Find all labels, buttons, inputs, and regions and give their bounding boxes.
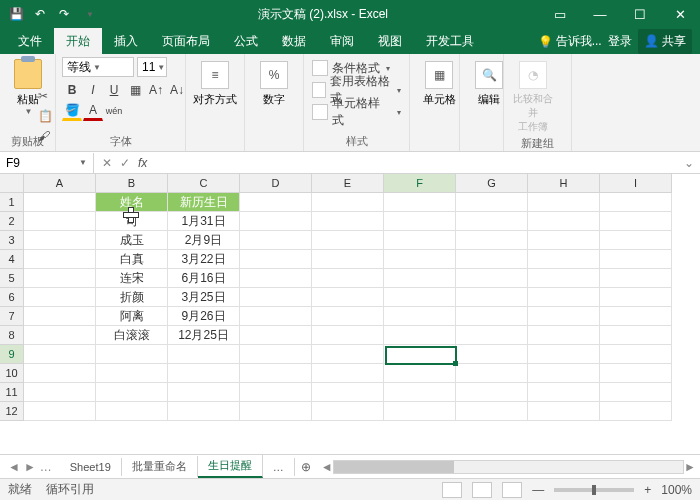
cell[interactable]: 白真: [96, 250, 168, 269]
cell[interactable]: [312, 402, 384, 421]
cell[interactable]: [600, 250, 672, 269]
row-header[interactable]: 6: [0, 288, 24, 307]
cell[interactable]: 白滚滚: [96, 326, 168, 345]
cell[interactable]: [312, 383, 384, 402]
cell[interactable]: [240, 364, 312, 383]
cell[interactable]: 2月9日: [168, 231, 240, 250]
expand-formula-icon[interactable]: ⌄: [678, 156, 700, 170]
cell[interactable]: [600, 326, 672, 345]
column-header[interactable]: A: [24, 174, 96, 193]
font-color-button[interactable]: A: [83, 101, 103, 121]
row-header[interactable]: 1: [0, 193, 24, 212]
cell[interactable]: [384, 364, 456, 383]
cell[interactable]: [312, 231, 384, 250]
decrease-font-icon[interactable]: A↓: [167, 80, 187, 100]
cell[interactable]: [600, 288, 672, 307]
column-header[interactable]: B: [96, 174, 168, 193]
fill-color-button[interactable]: 🪣: [62, 101, 82, 121]
cell[interactable]: [384, 193, 456, 212]
row-header[interactable]: 5: [0, 269, 24, 288]
cell[interactable]: [24, 307, 96, 326]
cell[interactable]: 司: [96, 212, 168, 231]
qat-dropdown-icon[interactable]: ▼: [82, 6, 98, 22]
cell[interactable]: [312, 364, 384, 383]
alignment-button[interactable]: ≡ 对齐方式: [192, 57, 238, 107]
undo-icon[interactable]: ↶: [32, 6, 48, 22]
italic-button[interactable]: I: [83, 80, 103, 100]
cell[interactable]: [240, 212, 312, 231]
tab-layout[interactable]: 页面布局: [150, 28, 222, 54]
sheet-nav-more-icon[interactable]: …: [40, 460, 52, 474]
cell[interactable]: [600, 402, 672, 421]
cell[interactable]: [528, 193, 600, 212]
cell[interactable]: [168, 364, 240, 383]
cell[interactable]: [240, 250, 312, 269]
cell[interactable]: 1月31日: [168, 212, 240, 231]
cell[interactable]: [24, 193, 96, 212]
underline-button[interactable]: U: [104, 80, 124, 100]
tab-home[interactable]: 开始: [54, 28, 102, 54]
enter-formula-icon[interactable]: ✓: [120, 156, 130, 170]
cell[interactable]: 9月26日: [168, 307, 240, 326]
cell[interactable]: [24, 269, 96, 288]
cell[interactable]: [384, 269, 456, 288]
cell-styles-button[interactable]: 单元格样式▾: [310, 101, 403, 123]
zoom-in-button[interactable]: +: [644, 483, 651, 497]
cell[interactable]: [24, 212, 96, 231]
maximize-button[interactable]: ☐: [620, 0, 660, 28]
cell[interactable]: 新历生日: [168, 193, 240, 212]
column-header[interactable]: H: [528, 174, 600, 193]
cell[interactable]: [240, 231, 312, 250]
number-button[interactable]: % 数字: [251, 57, 297, 107]
cell[interactable]: [24, 383, 96, 402]
tab-review[interactable]: 审阅: [318, 28, 366, 54]
view-normal-button[interactable]: [442, 482, 462, 498]
cell[interactable]: [528, 402, 600, 421]
font-size-combo[interactable]: 11▼: [137, 57, 167, 77]
cell[interactable]: [384, 383, 456, 402]
cancel-formula-icon[interactable]: ✕: [102, 156, 112, 170]
cell[interactable]: [456, 307, 528, 326]
cell[interactable]: 3月25日: [168, 288, 240, 307]
cell[interactable]: [528, 288, 600, 307]
cell[interactable]: 6月16日: [168, 269, 240, 288]
cell[interactable]: [24, 288, 96, 307]
tab-view[interactable]: 视图: [366, 28, 414, 54]
cell[interactable]: [240, 193, 312, 212]
cell[interactable]: [240, 288, 312, 307]
tab-data[interactable]: 数据: [270, 28, 318, 54]
cell[interactable]: [456, 269, 528, 288]
cell[interactable]: [456, 402, 528, 421]
cell[interactable]: [528, 212, 600, 231]
cell[interactable]: [456, 288, 528, 307]
cell[interactable]: [312, 269, 384, 288]
phonetic-button[interactable]: wén: [104, 101, 124, 121]
cell[interactable]: 3月22日: [168, 250, 240, 269]
cell[interactable]: [528, 250, 600, 269]
cell[interactable]: [528, 345, 600, 364]
zoom-out-button[interactable]: —: [532, 483, 544, 497]
cell[interactable]: [528, 383, 600, 402]
cell[interactable]: [384, 326, 456, 345]
cell[interactable]: [456, 212, 528, 231]
cell[interactable]: [384, 212, 456, 231]
cell[interactable]: [312, 326, 384, 345]
row-header[interactable]: 8: [0, 326, 24, 345]
cell[interactable]: [168, 402, 240, 421]
column-header[interactable]: I: [600, 174, 672, 193]
scroll-left-icon[interactable]: ◄: [321, 460, 333, 474]
column-header[interactable]: D: [240, 174, 312, 193]
sheet-tab-2[interactable]: 批量重命名: [122, 456, 198, 477]
minimize-button[interactable]: —: [580, 0, 620, 28]
tab-file[interactable]: 文件: [6, 28, 54, 54]
increase-font-icon[interactable]: A↑: [146, 80, 166, 100]
cell[interactable]: [600, 231, 672, 250]
cell[interactable]: [384, 231, 456, 250]
cell[interactable]: 连宋: [96, 269, 168, 288]
cell[interactable]: [600, 364, 672, 383]
cell[interactable]: [600, 307, 672, 326]
cell[interactable]: [240, 326, 312, 345]
row-header[interactable]: 3: [0, 231, 24, 250]
horizontal-scrollbar[interactable]: [333, 460, 684, 474]
scroll-right-icon[interactable]: ►: [684, 460, 696, 474]
